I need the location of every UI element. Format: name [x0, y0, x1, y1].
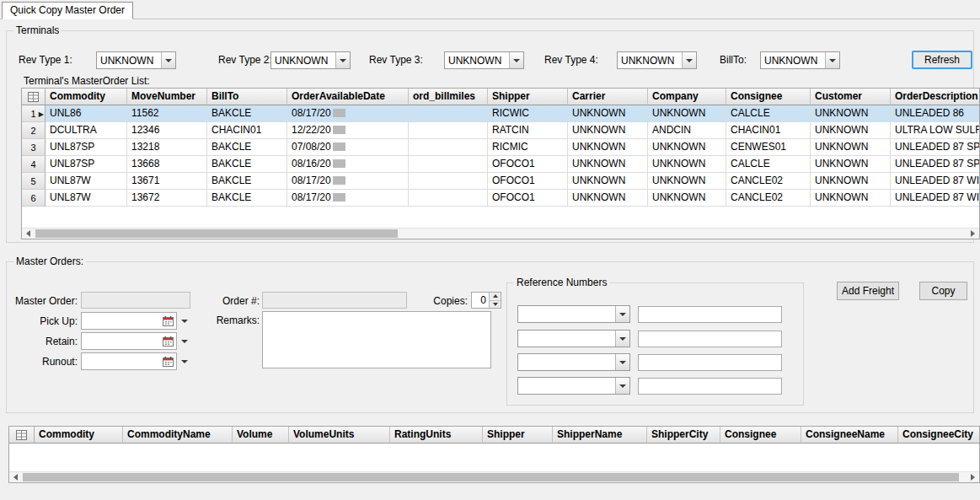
grid-cell[interactable]: CANCLE02: [726, 190, 811, 207]
grid-corner-selector[interactable]: [22, 89, 46, 105]
dropdown-button[interactable]: [161, 52, 175, 68]
column-header-company[interactable]: Company: [648, 89, 726, 105]
copies-spinner[interactable]: 0: [471, 292, 501, 309]
grid-cell[interactable]: 13668: [127, 156, 207, 173]
grid-cell[interactable]: BAKCLE: [207, 105, 287, 122]
grid-cell[interactable]: UNKNOWN: [568, 173, 648, 190]
grid-cell[interactable]: UNKNOWN: [811, 173, 891, 190]
freight-grid-hscrollbar[interactable]: [9, 471, 979, 482]
grid-cell[interactable]: [409, 105, 488, 122]
grid-cell[interactable]: 11562: [127, 105, 207, 122]
tab-quick-copy-master-order[interactable]: Quick Copy Master Order: [2, 2, 133, 19]
row-header[interactable]: 6: [22, 190, 46, 207]
grid-cell[interactable]: UNKNOWN: [811, 156, 891, 173]
grid-cell[interactable]: UNKNOWN: [568, 105, 648, 122]
column-header-consignee[interactable]: Consignee: [726, 89, 811, 105]
reference-number-input-3[interactable]: [638, 354, 782, 371]
reference-number-input-2[interactable]: [638, 331, 782, 347]
reference-type-select-3[interactable]: [517, 353, 630, 371]
grid-cell[interactable]: UNLEADED 87 WIN: [891, 190, 980, 207]
dropdown-button[interactable]: [615, 354, 629, 370]
grid-cell[interactable]: UNKNOWN: [648, 156, 726, 173]
copy-button[interactable]: Copy: [919, 282, 967, 300]
rev-type-1-select[interactable]: UNKNOWN: [96, 51, 176, 69]
billto-select[interactable]: UNKNOWN: [760, 51, 840, 69]
dropdown-button[interactable]: [509, 52, 523, 68]
grid-cell[interactable]: CHACIN01: [207, 122, 287, 139]
column-header-movenumber[interactable]: MoveNumber: [127, 89, 207, 105]
dropdown-button[interactable]: [179, 352, 190, 370]
grid-cell[interactable]: CANCLE02: [726, 173, 811, 190]
grid-cell[interactable]: ANDCIN: [648, 122, 726, 139]
scroll-right-button[interactable]: [967, 472, 979, 482]
grid-cell[interactable]: UNLEADED 87 SPR: [891, 156, 980, 173]
masterorder-grid-hscrollbar[interactable]: [22, 228, 979, 239]
table-row[interactable]: 5UNL87W13671BAKCLE08/17/20OFOCO1UNKNOWNU…: [22, 173, 979, 190]
grid-cell[interactable]: 08/17/20: [287, 190, 409, 207]
grid-cell[interactable]: BAKCLE: [207, 139, 287, 156]
grid-cell[interactable]: RICMIC: [488, 139, 568, 156]
grid-cell[interactable]: UNKNOWN: [648, 139, 726, 156]
grid-cell[interactable]: UNL87SP: [46, 139, 127, 156]
dropdown-button[interactable]: [335, 52, 350, 68]
column-header-orderdescription[interactable]: OrderDescription: [891, 89, 980, 105]
grid-corner-selector[interactable]: [9, 427, 35, 444]
grid-cell[interactable]: 13672: [127, 190, 207, 207]
grid-cell[interactable]: OFOCO1: [488, 173, 568, 190]
reference-number-input-4[interactable]: [638, 378, 782, 395]
column-header-consignee[interactable]: Consignee: [720, 427, 801, 444]
runout-date-input[interactable]: [81, 352, 190, 370]
grid-cell[interactable]: CALCLE: [726, 156, 811, 173]
row-header[interactable]: 3: [22, 139, 46, 156]
scrollbar-thumb[interactable]: [23, 473, 959, 481]
table-row[interactable]: 4UNL87SP13668BAKCLE08/16/20OFOCO1UNKNOWN…: [22, 156, 979, 173]
grid-cell[interactable]: UNL87SP: [46, 156, 127, 173]
grid-cell[interactable]: BAKCLE: [207, 190, 287, 207]
order-number-input[interactable]: [262, 292, 407, 309]
grid-cell[interactable]: OFOCO1: [488, 190, 568, 207]
table-row[interactable]: 1▶UNL8611562BAKCLE08/17/20RICWICUNKNOWNU…: [22, 105, 979, 122]
grid-cell[interactable]: UNKNOWN: [648, 190, 726, 207]
column-header-shipper[interactable]: Shipper: [483, 427, 553, 444]
column-header-volume[interactable]: Volume: [233, 427, 289, 444]
column-header-customer[interactable]: Customer: [811, 89, 891, 105]
spin-up-button[interactable]: [490, 293, 501, 300]
grid-cell[interactable]: OFOCO1: [488, 156, 568, 173]
column-header-consigneecity[interactable]: ConsigneeCity: [898, 427, 980, 444]
reference-type-select-1[interactable]: [517, 305, 630, 323]
retain-date-input[interactable]: [81, 332, 190, 350]
grid-cell[interactable]: RATCIN: [488, 122, 568, 139]
grid-cell[interactable]: CALCLE: [726, 105, 811, 122]
dropdown-button[interactable]: [615, 378, 629, 394]
add-freight-button[interactable]: Add Freight: [837, 282, 899, 300]
dropdown-button[interactable]: [825, 52, 839, 68]
dropdown-button[interactable]: [682, 52, 696, 68]
grid-cell[interactable]: CHACIN01: [726, 122, 811, 139]
grid-cell[interactable]: 13218: [127, 139, 207, 156]
grid-cell[interactable]: 12/22/20: [287, 122, 409, 139]
dropdown-button[interactable]: [179, 332, 190, 350]
grid-cell[interactable]: DCULTRA: [46, 122, 127, 139]
grid-cell[interactable]: UNLEADED 86: [891, 105, 980, 122]
grid-cell[interactable]: [409, 190, 488, 207]
grid-cell[interactable]: UNL87W: [46, 190, 127, 207]
column-header-shippercity[interactable]: ShipperCity: [647, 427, 720, 444]
grid-cell[interactable]: 13671: [127, 173, 207, 190]
grid-cell[interactable]: UNKNOWN: [811, 105, 891, 122]
grid-cell[interactable]: UNKNOWN: [648, 173, 726, 190]
row-header[interactable]: 2: [22, 122, 46, 139]
reference-type-select-4[interactable]: [517, 377, 630, 395]
grid-cell[interactable]: UNL86: [46, 105, 127, 122]
calendar-icon[interactable]: [160, 334, 175, 348]
grid-cell[interactable]: [409, 122, 488, 139]
scroll-right-button[interactable]: [967, 228, 979, 239]
grid-cell[interactable]: UNKNOWN: [811, 190, 891, 207]
grid-cell[interactable]: 08/17/20: [287, 105, 409, 122]
pickup-date-input[interactable]: [81, 312, 190, 330]
column-header-volumeunits[interactable]: VolumeUnits: [289, 427, 390, 444]
grid-cell[interactable]: UNKNOWN: [811, 139, 891, 156]
grid-cell[interactable]: 08/17/20: [287, 173, 409, 190]
column-header-orderavailabledate[interactable]: OrderAvailableDate: [287, 89, 409, 105]
column-header-ord_billmiles[interactable]: ord_billmiles: [409, 89, 488, 105]
table-row[interactable]: 3UNL87SP13218BAKCLE07/08/20RICMICUNKNOWN…: [22, 139, 979, 156]
